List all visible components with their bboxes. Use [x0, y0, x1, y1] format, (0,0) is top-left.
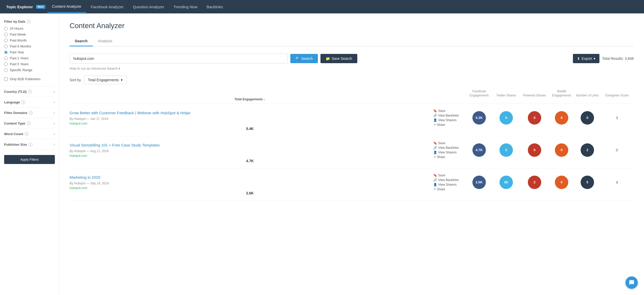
radio-input-past-week[interactable]: [4, 33, 8, 36]
language-filter[interactable]: Language i ›: [4, 97, 55, 107]
link-icon: 🔗: [433, 146, 437, 150]
reddit-circle-1: 0: [555, 143, 568, 157]
search-input[interactable]: [70, 54, 288, 63]
evergreen-metric-1: 0: [600, 148, 634, 152]
person-icon: 👤: [433, 118, 437, 122]
facebook-metric-1: 4.7K: [466, 143, 492, 157]
language-info-icon[interactable]: i: [21, 100, 25, 104]
top-navigation: Topic Explorer New! Content Analyzer Fac…: [0, 0, 644, 13]
result-title-0[interactable]: Grow Better with Customer Feedback | Web…: [70, 110, 430, 116]
radio-input-past-month[interactable]: [4, 39, 8, 42]
pinterest-metric-1: 0: [520, 143, 549, 157]
radio-past-2-years[interactable]: Past 2 Years: [4, 56, 55, 60]
save-action-2[interactable]: 🔖 Save: [433, 174, 466, 177]
sort-dropdown[interactable]: Total Engagements ▾: [84, 76, 126, 84]
language-chevron-icon: ›: [54, 100, 55, 104]
view-sharers-action-1[interactable]: 👤 View Sharers: [433, 151, 466, 154]
radio-past-month[interactable]: Past Month: [4, 38, 55, 42]
radio-input-past-5-years[interactable]: [4, 62, 8, 66]
total-metric-0: 5.4K: [70, 127, 430, 131]
radio-input-specific-range[interactable]: [4, 68, 8, 72]
links-metric-1: 2: [574, 143, 600, 157]
chat-bubble[interactable]: [625, 276, 638, 289]
radio-input-past-6-months[interactable]: [4, 45, 8, 48]
country-info-icon[interactable]: i: [28, 90, 32, 94]
result-title-1[interactable]: Visual Storytelling 101 + Free Case Stud…: [70, 142, 430, 148]
sidebar: Filter by Date i 24 Hours Past Week Past…: [0, 13, 59, 295]
evergreen-metric-0: 3: [600, 116, 634, 120]
radio-specific-range[interactable]: Specific Range: [4, 68, 55, 72]
result-title-2[interactable]: Marketing in 2020: [70, 175, 430, 180]
brand-name: Topic Explorer: [6, 1, 33, 13]
radio-past-5-years[interactable]: Past 5 Years: [4, 62, 55, 66]
export-button[interactable]: ⬇ Export ▾: [573, 54, 599, 63]
result-domain-1[interactable]: hubspot.com: [70, 154, 430, 158]
reddit-metric-0: 0: [549, 111, 574, 125]
tab-search[interactable]: Search: [70, 36, 93, 46]
save-search-button[interactable]: 📁 Save Search: [320, 54, 357, 63]
save-action-1[interactable]: 🔖 Save: [433, 141, 466, 145]
radio-past-year[interactable]: Past Year: [4, 50, 55, 54]
nav-item-facebook-analyzer[interactable]: Facebook Analyzer: [86, 1, 128, 13]
publisher-size-chevron-icon: ›: [54, 142, 55, 146]
reddit-circle-0: 0: [555, 111, 568, 125]
view-sharers-action-0[interactable]: 👤 View Sharers: [433, 118, 466, 122]
radio-24h[interactable]: 24 Hours: [4, 27, 55, 30]
nav-item-content-analyzer[interactable]: Content Analyzer: [47, 1, 86, 13]
filter-domains-info-icon[interactable]: i: [29, 111, 33, 115]
result-meta-2: By Hubspot — Sep 14, 2018: [70, 182, 430, 185]
view-sharers-action-2[interactable]: 👤 View Sharers: [433, 183, 466, 186]
nav-item-backlinks[interactable]: Backlinks: [202, 1, 227, 13]
share-action-2[interactable]: ↗ Share: [433, 187, 466, 191]
country-tld-filter[interactable]: Country (TLD) i ›: [4, 86, 55, 97]
pinterest-circle-0: 0: [528, 111, 541, 125]
radio-past-week[interactable]: Past Week: [4, 32, 55, 36]
radio-past-6-months[interactable]: Past 6 Months: [4, 44, 55, 48]
col-header-total[interactable]: Total Engagements ↓: [70, 97, 430, 102]
share-icon: ↗: [433, 187, 436, 191]
col-header-pinterest: Pinterest Shares: [520, 94, 549, 98]
save-action-0[interactable]: 🔖 Save: [433, 109, 466, 113]
pinterest-circle-2: 2: [528, 176, 541, 189]
result-info-1: Visual Storytelling 101 + Free Case Stud…: [70, 142, 430, 158]
evergreen-metric-2: 4: [600, 180, 634, 184]
col-header-facebook: Facebook Engagements: [466, 89, 492, 97]
b2b-publishers-checkbox[interactable]: Only B2B Publishers: [4, 77, 55, 81]
pinterest-metric-0: 0: [520, 111, 549, 125]
word-count-filter[interactable]: Word Count i ›: [4, 128, 55, 139]
share-action-0[interactable]: ↗ Share: [433, 123, 466, 127]
content-type-chevron-icon: ›: [54, 121, 55, 125]
result-actions-0: 🔖 Save 🔗 View Backlinks 👤 View Sharers ↗…: [430, 109, 466, 127]
radio-input-past-year[interactable]: [4, 51, 8, 54]
nav-item-trending-now[interactable]: Trending Now: [169, 1, 202, 13]
view-backlinks-action-0[interactable]: 🔗 View Backlinks: [433, 114, 466, 117]
filter-domains-filter[interactable]: Filter Domains i ›: [4, 107, 55, 118]
column-headers: Facebook Engagements Twitter Shares Pint…: [70, 89, 634, 104]
radio-input-past-2-years[interactable]: [4, 56, 8, 60]
advanced-chevron-icon: ▾: [118, 67, 120, 70]
result-domain-0[interactable]: hubspot.com: [70, 122, 430, 125]
result-domain-2[interactable]: hubspot.com: [70, 186, 430, 190]
share-action-1[interactable]: ↗ Share: [433, 155, 466, 159]
reddit-metric-1: 0: [549, 143, 574, 157]
word-count-info-icon[interactable]: i: [25, 132, 29, 136]
content-type-info-icon[interactable]: i: [27, 121, 31, 125]
b2b-checkbox-input[interactable]: [4, 77, 8, 81]
result-info-2: Marketing in 2020 By Hubspot — Sep 14, 2…: [70, 175, 430, 190]
search-button[interactable]: 🔍 Search: [290, 54, 318, 63]
view-backlinks-action-2[interactable]: 🔗 View Backlinks: [433, 178, 466, 182]
view-backlinks-action-1[interactable]: 🔗 View Backlinks: [433, 146, 466, 150]
pinterest-circle-1: 0: [528, 143, 541, 157]
filter-date-info-icon[interactable]: i: [27, 20, 31, 23]
new-badge: New!: [36, 5, 45, 9]
tab-analysis[interactable]: Analysis: [93, 36, 117, 46]
apply-filters-button[interactable]: Apply Filters: [4, 155, 55, 164]
publisher-size-filter[interactable]: Publisher Size i ›: [4, 139, 55, 150]
radio-input-24h[interactable]: [4, 27, 8, 30]
nav-item-question-analyzer[interactable]: Question Analyzer: [128, 1, 169, 13]
save-bookmark-icon: 🔖: [433, 109, 437, 113]
advanced-search-link[interactable]: How to run an Advanced Search ▾: [70, 67, 634, 70]
page-layout: Filter by Date i 24 Hours Past Week Past…: [0, 13, 644, 295]
publisher-size-info-icon[interactable]: i: [29, 143, 32, 146]
content-type-filter[interactable]: Content Type i ›: [4, 118, 55, 128]
